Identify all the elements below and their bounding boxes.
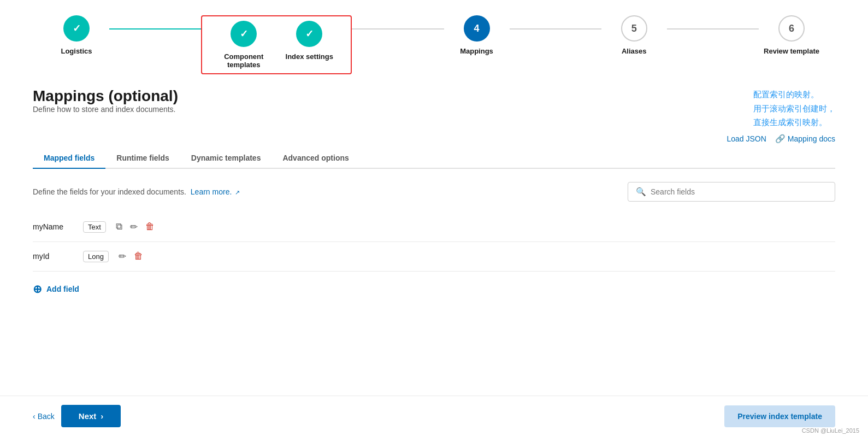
connector-1 bbox=[109, 28, 201, 30]
next-button[interactable]: Next › bbox=[61, 405, 121, 427]
chinese-line-3: 直接生成索引映射。 bbox=[753, 115, 835, 129]
step-circle-logistics: ✓ bbox=[63, 15, 90, 42]
step-component-templates: ✓ Componenttemplates bbox=[211, 21, 276, 69]
number-aliases: 5 bbox=[631, 23, 637, 34]
tab-advanced-options[interactable]: Advanced options bbox=[271, 148, 359, 169]
page-wrapper: ✓ Logistics ✓ Componenttemplates ✓ Index… bbox=[0, 0, 868, 436]
chinese-line-1: 配置索引的映射。 bbox=[753, 87, 835, 102]
step-mappings: 4 Mappings bbox=[444, 15, 510, 55]
field-name-myid: myId bbox=[33, 252, 76, 261]
watermark: CSDN @LiuLei_2015 bbox=[802, 427, 859, 434]
step-label-logistics: Logistics bbox=[61, 47, 92, 55]
field-name-myname: myName bbox=[33, 222, 76, 231]
step-circle-review: 6 bbox=[778, 15, 805, 42]
delete-button-myid[interactable]: 🗑 bbox=[133, 250, 144, 263]
external-link-icon: 🔗 bbox=[775, 134, 786, 144]
step-circle-index: ✓ bbox=[296, 21, 322, 47]
step-label-aliases: Aliases bbox=[622, 47, 647, 55]
footer-right: Preview index template bbox=[724, 405, 835, 427]
step-label-mappings: Mappings bbox=[460, 47, 493, 55]
preview-button[interactable]: Preview index template bbox=[724, 405, 835, 427]
step-circle-mappings: 4 bbox=[464, 15, 490, 42]
footer-left: ‹ Back Next › bbox=[33, 405, 121, 427]
step-review: 6 Review template bbox=[759, 15, 824, 55]
load-json-link[interactable]: Load JSON bbox=[727, 134, 766, 143]
check-icon-component: ✓ bbox=[240, 28, 248, 40]
fields-description: Define the fields for your indexed docum… bbox=[33, 187, 240, 196]
add-field-button[interactable]: ⊕ Add field bbox=[33, 282, 79, 296]
external-icon-learn: ↗ bbox=[235, 189, 240, 196]
step-label-review: Review template bbox=[764, 47, 819, 55]
add-field-section: ⊕ Add field bbox=[33, 282, 835, 296]
tab-runtime-fields[interactable]: Runtime fields bbox=[105, 148, 180, 169]
back-button[interactable]: ‹ Back bbox=[33, 412, 55, 421]
number-review: 6 bbox=[789, 23, 794, 34]
boxed-steps: ✓ Componenttemplates ✓ Index settings bbox=[201, 15, 352, 74]
mapping-docs-link[interactable]: 🔗 Mapping docs bbox=[775, 134, 835, 144]
chinese-line-2: 用于滚动索引创建时， bbox=[753, 102, 835, 116]
tab-dynamic-templates[interactable]: Dynamic templates bbox=[180, 148, 272, 169]
trash-icon-myid: 🗑 bbox=[134, 251, 143, 261]
step-label-component: Componenttemplates bbox=[224, 52, 263, 69]
trash-icon-myname: 🗑 bbox=[145, 221, 155, 232]
step-index-settings: ✓ Index settings bbox=[276, 21, 342, 61]
field-row-myid: myId Long ✏ 🗑 bbox=[33, 242, 835, 272]
page-title-section: Mappings (optional) Define how to store … bbox=[33, 87, 178, 125]
step-logistics: ✓ Logistics bbox=[44, 15, 109, 55]
fields-list: myName Text ⧉ ✏ 🗑 myId Long bbox=[33, 213, 835, 272]
page-title: Mappings (optional) bbox=[33, 87, 178, 105]
page-subtitle: Define how to store and index documents. bbox=[33, 105, 178, 114]
field-actions-myname: ⧉ ✏ 🗑 bbox=[115, 220, 156, 234]
pencil-icon-myid: ✏ bbox=[119, 251, 126, 262]
plus-icon: ⊕ bbox=[33, 282, 42, 296]
field-type-myname: Text bbox=[83, 221, 106, 233]
step-aliases: 5 Aliases bbox=[601, 15, 667, 55]
stepper: ✓ Logistics ✓ Componenttemplates ✓ Index… bbox=[0, 0, 868, 74]
field-type-myid: Long bbox=[83, 251, 109, 262]
edit-button-myname[interactable]: ✏ bbox=[129, 220, 139, 234]
next-arrow-icon: › bbox=[101, 411, 103, 421]
connector-2 bbox=[352, 28, 444, 30]
copy-button-myname[interactable]: ⧉ bbox=[115, 220, 123, 233]
search-fields-input[interactable] bbox=[651, 187, 827, 196]
step-circle-aliases: 5 bbox=[621, 15, 647, 42]
copy-icon-myname: ⧉ bbox=[116, 221, 122, 232]
edit-button-myid[interactable]: ✏ bbox=[117, 250, 127, 263]
search-fields-box[interactable]: 🔍 bbox=[628, 182, 835, 202]
step-label-index: Index settings bbox=[286, 52, 333, 61]
page-header: Mappings (optional) Define how to store … bbox=[33, 87, 835, 144]
learn-more-link[interactable]: Learn more. ↗ bbox=[191, 187, 240, 196]
search-icon: 🔍 bbox=[636, 187, 646, 197]
tab-mapped-fields[interactable]: Mapped fields bbox=[33, 148, 105, 169]
check-icon-index: ✓ bbox=[305, 28, 314, 40]
fields-header: Define the fields for your indexed docum… bbox=[33, 182, 835, 202]
header-right-section: 配置索引的映射。 用于滚动索引创建时， 直接生成索引映射。 Load JSON … bbox=[727, 87, 835, 144]
connector-3 bbox=[510, 28, 601, 30]
step-circle-component: ✓ bbox=[231, 21, 257, 47]
footer: ‹ Back Next › Preview index template bbox=[0, 396, 868, 436]
tabs-bar: Mapped fields Runtime fields Dynamic tem… bbox=[33, 148, 835, 169]
connector-4 bbox=[667, 28, 759, 30]
check-icon-logistics: ✓ bbox=[73, 22, 81, 34]
delete-button-myname[interactable]: 🗑 bbox=[144, 220, 156, 233]
pencil-icon-myname: ✏ bbox=[130, 222, 138, 232]
header-actions: Load JSON 🔗 Mapping docs bbox=[727, 134, 835, 144]
chinese-note: 配置索引的映射。 用于滚动索引创建时， 直接生成索引映射。 bbox=[753, 87, 835, 129]
number-mappings: 4 bbox=[474, 23, 479, 34]
back-arrow-icon: ‹ bbox=[33, 412, 36, 421]
field-actions-myid: ✏ 🗑 bbox=[117, 250, 144, 263]
field-row-myname: myName Text ⧉ ✏ 🗑 bbox=[33, 213, 835, 242]
